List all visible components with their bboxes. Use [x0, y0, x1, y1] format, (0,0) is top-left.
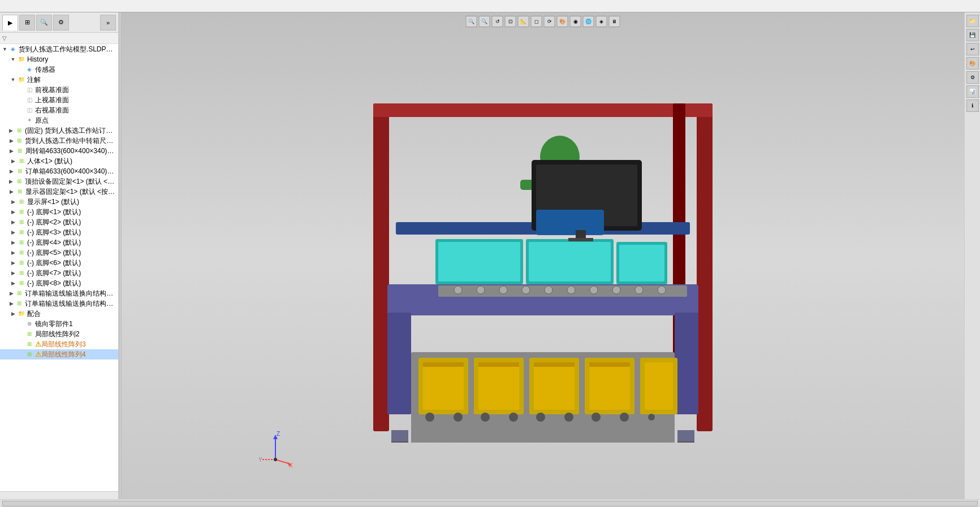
- tree-arrow[interactable]: [17, 66, 25, 73]
- tree[interactable]: ▼◈货到人拣选工作站模型.SLDPRT (默▼📁History◈传感器▼📁注解◫…: [0, 44, 118, 491]
- tree-arrow[interactable]: [17, 116, 25, 124]
- rs-settings-button[interactable]: ⚙: [966, 71, 979, 84]
- tree-item[interactable]: ◫前视基准面: [0, 85, 118, 95]
- tree-node-icon: ⊞: [15, 126, 24, 135]
- section-button[interactable]: ◻: [531, 16, 542, 27]
- tree-item[interactable]: ▶⊞(-) 底脚<6> (默认): [0, 258, 118, 268]
- tree-item[interactable]: ▶📁配合: [0, 309, 118, 319]
- fit-button[interactable]: ⊡: [505, 16, 516, 27]
- tree-arrow[interactable]: ▶: [9, 259, 17, 267]
- tree-item[interactable]: ▶⊞(-) 底脚<8> (默认): [0, 278, 118, 288]
- tree-item[interactable]: ⊗镜向零部件1: [0, 319, 118, 329]
- tree-item[interactable]: ▶⊞(-) 底脚<3> (默认): [0, 227, 118, 237]
- tree-arrow[interactable]: ▶: [8, 289, 15, 297]
- tree-item[interactable]: ▶⊞(-) 底脚<1> (默认): [0, 207, 118, 217]
- tree-item[interactable]: ▶⊞显示器固定架<1> (默认 <按加工 >): [0, 187, 118, 197]
- tree-item[interactable]: ▶⊞人体<1> (默认): [0, 156, 118, 166]
- tree-arrow[interactable]: [17, 106, 25, 114]
- zoom-out-button[interactable]: 🔍: [479, 16, 490, 27]
- svg-point-65: [543, 428, 554, 438]
- tree-arrow[interactable]: ▶: [8, 147, 15, 155]
- tree-item[interactable]: ▶⊞订单箱4633(600×400×340)<1> (默: [0, 166, 118, 176]
- tree-arrow[interactable]: [17, 86, 25, 94]
- tree-arrow[interactable]: ▶: [9, 198, 17, 206]
- tree-arrow[interactable]: [17, 350, 25, 358]
- tree-item[interactable]: ▶⊞订单箱输送线输送换向结构总装<4>: [0, 298, 118, 309]
- tree-arrow[interactable]: ▶: [8, 300, 15, 307]
- tree-arrow[interactable]: ▶: [9, 310, 17, 318]
- left-tab-model[interactable]: ▶: [2, 15, 18, 31]
- tree-item[interactable]: ▶⊞显示屏<1> (默认): [0, 197, 118, 207]
- rs-save-button[interactable]: 💾: [966, 29, 979, 41]
- horizontal-scrollbar[interactable]: [2, 501, 978, 506]
- tree-node-icon: ⊞: [17, 157, 26, 166]
- rs-info-button[interactable]: ℹ: [966, 99, 979, 112]
- tree-arrow[interactable]: [17, 330, 25, 338]
- tree-horizontal-scrollbar[interactable]: [0, 491, 118, 499]
- tree-item[interactable]: ▶⊞(-) 底脚<7> (默认): [0, 268, 118, 278]
- rs-color-button[interactable]: 🎨: [966, 57, 979, 70]
- tree-item[interactable]: ▶⊞订单箱输送线输送换向结构总装<2>: [0, 288, 118, 298]
- tree-item[interactable]: ▶⊞货到人拣选工作站中转箱尺寸模型<: [0, 136, 118, 146]
- display-style-button[interactable]: ◉: [570, 16, 581, 27]
- tree-arrow[interactable]: ▼: [1, 45, 8, 53]
- rs-undo-button[interactable]: ↩: [966, 43, 979, 55]
- left-tab-expand[interactable]: »: [100, 15, 116, 31]
- tree-arrow[interactable]: ▶: [9, 249, 17, 257]
- color-button[interactable]: 🎨: [557, 16, 568, 27]
- svg-point-66: [603, 428, 613, 438]
- 3d-model-svg: [339, 70, 746, 443]
- tree-arrow[interactable]: ▶: [8, 188, 15, 196]
- tree-arrow[interactable]: ▶: [9, 218, 17, 226]
- tree-item[interactable]: ◫上视基准面: [0, 95, 118, 105]
- tree-item[interactable]: ▶⊞(-) 底脚<4> (默认): [0, 237, 118, 248]
- tree-item[interactable]: ⊞⚠ 局部线性阵列3: [0, 339, 118, 349]
- tree-arrow[interactable]: ▶: [8, 177, 15, 185]
- tree-item[interactable]: ⊞局部线性阵列2: [0, 329, 118, 339]
- zoom-in-button[interactable]: 🔍: [466, 16, 477, 27]
- tree-arrow[interactable]: ▶: [9, 228, 17, 236]
- tree-arrow[interactable]: ▶: [8, 127, 15, 135]
- tree-item[interactable]: ▶⊞周转箱4633(600×400×340)<1> (默: [0, 146, 118, 156]
- tree-arrow[interactable]: ▶: [8, 137, 15, 145]
- tree-item[interactable]: ✦原点: [0, 115, 118, 125]
- scene-button[interactable]: 🌐: [583, 16, 594, 27]
- tree-arrow[interactable]: ▼: [9, 55, 17, 63]
- menu-item-office[interactable]: [16, 5, 23, 7]
- left-tab-config[interactable]: ⚙: [53, 15, 69, 31]
- menu-item-evaluate[interactable]: [2, 5, 9, 7]
- tree-item[interactable]: ▼📁History: [0, 54, 118, 64]
- tree-arrow[interactable]: ▶: [9, 208, 17, 216]
- tree-arrow[interactable]: ▶: [8, 167, 15, 175]
- tree-item[interactable]: ▶⊞(-) 底脚<2> (默认): [0, 217, 118, 227]
- tree-node-icon: ◫: [25, 96, 34, 105]
- camera-button[interactable]: 🖥: [609, 16, 620, 27]
- view-orient-button[interactable]: ⟳: [544, 16, 555, 27]
- rs-open-button[interactable]: 📁: [966, 15, 979, 27]
- rs-chart-button[interactable]: 📊: [966, 85, 979, 98]
- tree-arrow[interactable]: [17, 320, 25, 328]
- tree-item[interactable]: ▶⊞(-) 底脚<5> (默认): [0, 248, 118, 258]
- tree-node-icon: ⊞: [15, 167, 24, 176]
- tree-item[interactable]: ⊞⚠ 局部线性阵列4: [0, 349, 118, 359]
- measure-button[interactable]: 📐: [518, 16, 529, 27]
- tree-item[interactable]: ▶⊞顶抬设备固定架<1> (默认 <按加工...: [0, 176, 118, 187]
- tree-node-icon: ⊞: [17, 258, 26, 267]
- tree-arrow[interactable]: ▶: [9, 239, 17, 246]
- tree-item[interactable]: ▶⊞(固定) 货到人拣选工作站订单箱尺寸: [0, 125, 118, 136]
- tree-arrow[interactable]: ▶: [9, 157, 17, 165]
- tree-arrow[interactable]: [17, 96, 25, 104]
- tree-item[interactable]: ◫右视基准面: [0, 105, 118, 115]
- tree-arrow[interactable]: ▼: [9, 76, 17, 84]
- tree-arrow[interactable]: ▶: [9, 279, 17, 287]
- tree-arrow[interactable]: [17, 340, 25, 348]
- lights-button[interactable]: ◈: [596, 16, 607, 27]
- rotate-button[interactable]: ↺: [492, 16, 503, 27]
- tree-arrow[interactable]: ▶: [9, 269, 17, 277]
- viewport[interactable]: 🔍 🔍 ↺ ⊡ 📐 ◻ ⟳ 🎨 ◉ 🌐 ◈ 🖥: [122, 12, 964, 499]
- left-tab-properties[interactable]: ⊞: [19, 15, 35, 31]
- left-tab-search[interactable]: 🔍: [36, 15, 52, 31]
- tree-item[interactable]: ▼◈货到人拣选工作站模型.SLDPRT (默: [0, 44, 118, 54]
- tree-item[interactable]: ▼📁注解: [0, 75, 118, 85]
- tree-item[interactable]: ◈传感器: [0, 64, 118, 75]
